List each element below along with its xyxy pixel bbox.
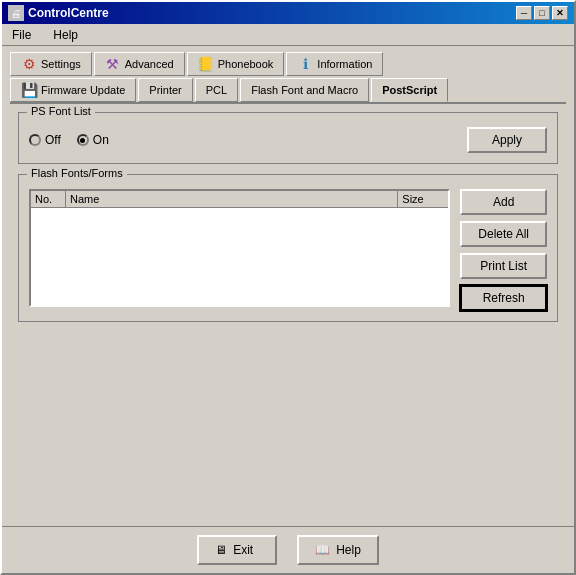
main-window: 🖨 ControlCentre ─ □ ✕ File Help ⚙ Settin… [0,0,576,575]
tab-settings-label: Settings [41,58,81,70]
exit-icon: 🖥 [215,543,227,557]
tab-printer[interactable]: Printer [138,78,192,102]
menu-help[interactable]: Help [47,26,84,44]
font-table-container: No. Name Size [29,189,450,311]
flash-section: No. Name Size Add Delete All Print List … [29,189,547,311]
ps-font-list-label: PS Font List [27,105,95,117]
tab-row-1: ⚙ Settings ⚒ Advanced 📒 Phonebook ℹ Info… [10,52,566,76]
ps-font-radio-group: Off On [29,133,109,147]
tab-information-label: Information [317,58,372,70]
ps-font-list-group: PS Font List Off On Apply [18,112,558,164]
bottom-bar: 🖥 Exit 📖 Help [2,526,574,573]
radio-on-label: On [93,133,109,147]
tab-settings[interactable]: ⚙ Settings [10,52,92,76]
phonebook-icon: 📒 [198,56,214,72]
tab-row-2: 💾 Firmware Update Printer PCL Flash Font… [10,78,566,102]
radio-off-input[interactable] [29,134,41,146]
col-no: No. [31,191,66,207]
help-button[interactable]: 📖 Help [297,535,379,565]
settings-icon: ⚙ [21,56,37,72]
information-icon: ℹ [297,56,313,72]
exit-label: Exit [233,543,253,557]
tab-information[interactable]: ℹ Information [286,52,383,76]
app-icon: 🖨 [8,5,24,21]
tab-firmware-label: Firmware Update [41,84,125,96]
minimize-button[interactable]: ─ [516,6,532,20]
tab-phonebook-label: Phonebook [218,58,274,70]
col-size: Size [398,191,448,207]
tab-postscript-label: PostScript [382,84,437,96]
add-button[interactable]: Add [460,189,547,215]
main-content: PS Font List Off On Apply Flash Fonts/Fo… [10,102,566,323]
spacer [2,323,574,526]
close-button[interactable]: ✕ [552,6,568,20]
tab-pcl-label: PCL [206,84,227,96]
help-label: Help [336,543,361,557]
help-icon: 📖 [315,543,330,557]
title-bar: 🖨 ControlCentre ─ □ ✕ [2,2,574,24]
tab-flash-font-macro-label: Flash Font and Macro [251,84,358,96]
tab-firmware[interactable]: 💾 Firmware Update [10,78,136,102]
tab-postscript[interactable]: PostScript [371,78,448,102]
radio-on-option[interactable]: On [77,133,109,147]
menu-file[interactable]: File [6,26,37,44]
table-body [31,208,448,305]
flash-fonts-group: Flash Fonts/Forms No. Name Size Ad [18,174,558,322]
menu-bar: File Help [2,24,574,46]
refresh-button[interactable]: Refresh [460,285,547,311]
window-title: ControlCentre [28,6,109,20]
title-bar-buttons: ─ □ ✕ [516,6,568,20]
print-list-button[interactable]: Print List [460,253,547,279]
font-list-wrapper: No. Name Size [29,189,450,307]
flash-fonts-label: Flash Fonts/Forms [27,167,127,179]
tab-area: ⚙ Settings ⚒ Advanced 📒 Phonebook ℹ Info… [2,46,574,102]
tab-advanced-label: Advanced [125,58,174,70]
delete-all-button[interactable]: Delete All [460,221,547,247]
col-name: Name [66,191,398,207]
radio-on-input[interactable] [77,134,89,146]
table-header: No. Name Size [31,191,448,208]
radio-off-option[interactable]: Off [29,133,61,147]
title-bar-left: 🖨 ControlCentre [8,5,109,21]
advanced-icon: ⚒ [105,56,121,72]
firmware-icon: 💾 [21,82,37,98]
apply-button[interactable]: Apply [467,127,547,153]
maximize-button[interactable]: □ [534,6,550,20]
tab-advanced[interactable]: ⚒ Advanced [94,52,185,76]
exit-button[interactable]: 🖥 Exit [197,535,277,565]
radio-off-label: Off [45,133,61,147]
tab-printer-label: Printer [149,84,181,96]
tab-phonebook[interactable]: 📒 Phonebook [187,52,285,76]
flash-buttons: Add Delete All Print List Refresh [460,189,547,311]
tab-flash-font-macro[interactable]: Flash Font and Macro [240,78,369,102]
tab-pcl[interactable]: PCL [195,78,238,102]
